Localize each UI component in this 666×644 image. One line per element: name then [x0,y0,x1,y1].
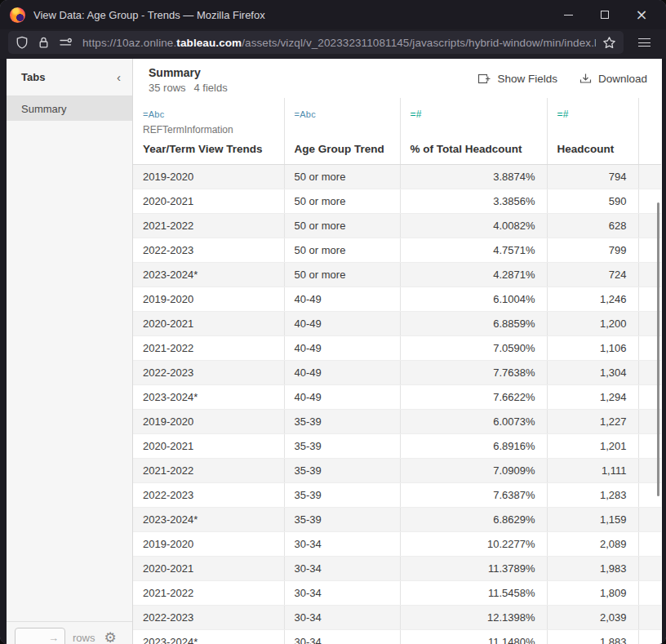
table-row[interactable]: 2021-202230-3411.5458%1,809 [133,580,661,605]
cell-age-group: 50 or more [284,213,400,238]
cell-age-group: 30-34 [284,556,400,580]
cell-headcount: 794 [547,164,638,189]
cell-headcount: 1,983 [547,556,638,580]
table-row[interactable]: 2023-2024*50 or more4.2871%724 [133,262,661,286]
cell-year-term: 2023-2024* [133,384,284,409]
cell-age-group: 40-49 [284,360,400,384]
settings-gear-icon[interactable]: ⚙ [104,631,116,644]
cell-pct-headcount: 6.0073% [400,409,547,433]
maximize-button[interactable] [592,3,618,26]
sidebar-item-summary[interactable]: Summary [7,96,132,121]
cell-headcount: 1,809 [547,580,638,605]
cell-empty [638,164,661,189]
download-button[interactable]: Download [579,72,647,86]
cell-pct-headcount: 11.1480% [400,629,547,644]
sidebar-title: Tabs [21,71,45,83]
firefox-icon [10,7,25,23]
table-row[interactable]: 2023-2024*40-497.6622%1,294 [133,384,661,409]
cell-pct-headcount: 7.0590% [400,335,547,360]
table-row[interactable]: 2019-202030-3410.2277%2,089 [133,531,661,556]
minimize-button[interactable] [555,3,581,26]
table-row[interactable]: 2021-202235-397.0909%1,111 [133,458,661,482]
cell-headcount: 1,227 [547,409,638,433]
table-row[interactable]: 2021-202250 or more4.0082%628 [133,213,661,238]
cell-headcount: 724 [547,262,638,286]
cell-age-group: 50 or more [284,189,400,213]
table-row[interactable]: 2019-202035-396.0073%1,227 [133,409,661,433]
window-title: View Data: Age Group - Trends — Mozilla … [33,9,544,21]
table-row[interactable]: 2020-202135-396.8916%1,201 [133,433,661,458]
cell-year-term: 2022-2023 [133,605,284,629]
table-row[interactable]: 2021-202240-497.0590%1,106 [133,335,661,360]
cell-headcount: 1,246 [547,286,638,311]
table-row[interactable]: 2020-202130-3411.3789%1,983 [133,556,661,580]
cell-pct-headcount: 7.6387% [400,482,547,507]
close-button[interactable]: × [628,3,655,26]
cell-year-term: 2020-2021 [133,189,284,213]
window-controls: × [544,3,655,26]
lock-icon[interactable] [38,36,50,49]
cell-empty [638,507,661,531]
column-header-empty [638,98,661,164]
fields-count: 4 fields [194,82,228,94]
column-label: Age Group Trend [295,143,384,155]
cell-pct-headcount: 3.8874% [400,164,547,189]
tabs-sidebar: Tabs ‹ Summary → rows ⚙ [7,59,133,644]
menu-icon[interactable] [632,38,656,47]
url-path: /assets/vizql/v_202332311081145/javascri… [242,37,596,49]
cell-year-term: 2020-2021 [133,433,284,458]
page-title: Summary [149,66,228,79]
data-table-region: =Abc REFTermInformation Year/Term View T… [133,98,662,644]
table-row[interactable]: 2020-202140-496.8859%1,200 [133,311,661,335]
column-header-age-group: =Abc Age Group Trend [284,98,400,164]
cell-headcount: 1,201 [547,433,638,458]
url-domain: tableau.com [176,37,242,49]
cell-age-group: 30-34 [284,531,400,556]
table-row[interactable]: 2019-202040-496.1004%1,246 [133,286,661,311]
cell-year-term: 2019-2020 [133,164,284,189]
rows-count: 35 rows [149,82,186,94]
table-row[interactable]: 2023-2024*30-3411.1480%1,883 [133,629,661,644]
number-field-icon: =# [557,109,569,120]
column-header-headcount: =# Headcount [547,98,638,164]
cell-year-term: 2019-2020 [133,409,284,433]
cell-empty [638,580,661,605]
shield-icon[interactable] [16,36,29,49]
column-label: % of Total Headcount [411,143,522,155]
cell-headcount: 1,159 [547,507,638,531]
cell-empty [638,629,661,644]
cell-headcount: 1,294 [547,384,638,409]
permissions-icon[interactable] [59,37,73,48]
string-field-icon: =Abc [143,109,165,119]
cell-pct-headcount: 6.8629% [400,507,547,531]
cell-pct-headcount: 7.0909% [400,458,547,482]
table-row[interactable]: 2022-202350 or more4.7571%799 [133,238,661,262]
rows-count-input[interactable]: → [15,628,65,644]
cell-headcount: 1,106 [547,335,638,360]
show-fields-icon [477,72,491,86]
cell-age-group: 35-39 [284,482,400,507]
cell-headcount: 1,200 [547,311,638,335]
url-prefix: https://10az.online. [82,37,176,49]
url-text[interactable]: https://10az.online.tableau.com/assets/v… [82,37,596,49]
table-row[interactable]: 2022-202340-497.7638%1,304 [133,360,661,384]
show-fields-label: Show Fields [497,73,557,85]
vertical-scrollbar[interactable] [657,202,659,496]
table-row[interactable]: 2019-202050 or more3.8874%794 [133,164,661,189]
collapse-sidebar-icon[interactable]: ‹ [117,71,121,83]
show-fields-button[interactable]: Show Fields [477,72,557,86]
bookmark-star-icon[interactable] [602,36,616,50]
table-row[interactable]: 2023-2024*35-396.8629%1,159 [133,507,661,531]
cell-headcount: 1,283 [547,482,638,507]
cell-pct-headcount: 4.2871% [400,262,547,286]
table-meta: 35 rows4 fields [149,82,228,94]
table-row[interactable]: 2022-202330-3412.1398%2,039 [133,605,661,629]
cell-headcount: 799 [547,238,638,262]
cell-year-term: 2021-2022 [133,213,284,238]
table-row[interactable]: 2022-202335-397.6387%1,283 [133,482,661,507]
table-row[interactable]: 2020-202150 or more3.3856%590 [133,189,661,213]
string-field-icon: =Abc [295,109,317,119]
cell-age-group: 35-39 [284,409,400,433]
page-frame: Tabs ‹ Summary → rows ⚙ Summary 35 [0,59,666,644]
url-bar[interactable]: https://10az.online.tableau.com/assets/v… [8,31,624,54]
